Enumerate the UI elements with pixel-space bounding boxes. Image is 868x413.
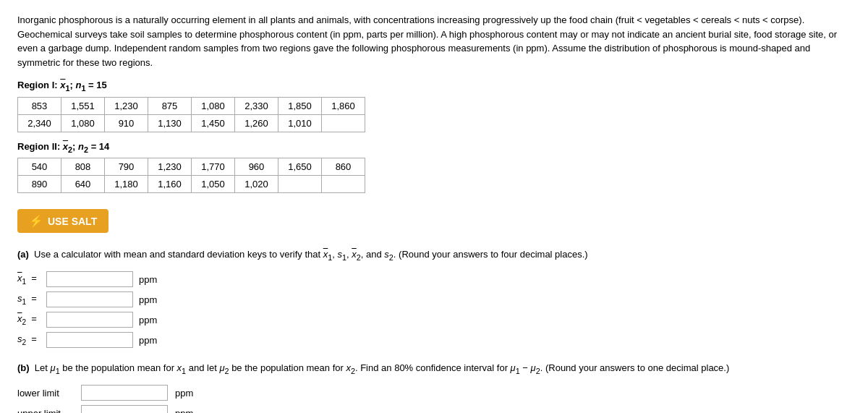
table-row: 2,340 1,080 910 1,130 1,450 1,260 1,010 [18, 114, 365, 132]
part-a-text: (a) Use a calculator with mean and stand… [17, 247, 851, 264]
lower-limit-unit: ppm [175, 388, 193, 399]
x1-bar-row: x1 = ppm [17, 271, 851, 287]
lower-limit-input[interactable] [81, 385, 168, 401]
table-row: 890 640 1,180 1,160 1,050 1,020 [18, 176, 365, 193]
s2-input[interactable] [46, 332, 133, 348]
region2-table: 540 808 790 1,230 1,770 960 1,650 860 89… [17, 158, 365, 193]
x2-bar-row: x2 = ppm [17, 312, 851, 328]
s1-label: s1 = [17, 293, 43, 306]
x1-bar-input[interactable] [46, 271, 133, 287]
upper-limit-unit: ppm [175, 408, 193, 414]
region1-header: Region I: x1; n1 = 15 [17, 80, 851, 93]
x2-bar-label: x2 = [17, 313, 43, 326]
x2-bar-unit: ppm [139, 315, 157, 325]
region2-header: Region II: x2; n2 = 14 [17, 141, 851, 154]
part-a-block: (a) Use a calculator with mean and stand… [17, 247, 851, 348]
x1-bar-unit: ppm [139, 274, 157, 285]
region1-block: Region I: x1; n1 = 15 853 1,551 1,230 87… [17, 80, 851, 132]
part-b-text: (b) Let μ1 be the population mean for x1… [17, 361, 851, 378]
s1-unit: ppm [139, 294, 157, 305]
region1-table: 853 1,551 1,230 875 1,080 2,330 1,850 1,… [17, 97, 365, 132]
intro-paragraph: Inorganic phosphorous is a naturally occ… [17, 13, 851, 69]
upper-limit-input[interactable] [81, 405, 168, 413]
s2-row: s2 = ppm [17, 332, 851, 348]
s2-label: s2 = [17, 333, 43, 346]
x2-bar-input[interactable] [46, 312, 133, 328]
part-b-block: (b) Let μ1 be the population mean for x1… [17, 361, 851, 413]
salt-icon: ⚡ [29, 214, 43, 228]
table-row: 853 1,551 1,230 875 1,080 2,330 1,850 1,… [18, 97, 365, 114]
x1-bar-label: x1 = [17, 273, 43, 286]
s1-input[interactable] [46, 291, 133, 307]
lower-limit-label: lower limit [17, 388, 77, 399]
use-salt-label: USE SALT [48, 216, 97, 227]
table-row: 540 808 790 1,230 1,770 960 1,650 860 [18, 158, 365, 176]
region2-block: Region II: x2; n2 = 14 540 808 790 1,230… [17, 141, 851, 194]
use-salt-button[interactable]: ⚡ USE SALT [17, 209, 109, 233]
s1-row: s1 = ppm [17, 291, 851, 307]
s2-unit: ppm [139, 335, 157, 346]
upper-limit-row: upper limit ppm [17, 405, 851, 413]
lower-limit-row: lower limit ppm [17, 385, 851, 401]
upper-limit-label: upper limit [17, 408, 77, 414]
